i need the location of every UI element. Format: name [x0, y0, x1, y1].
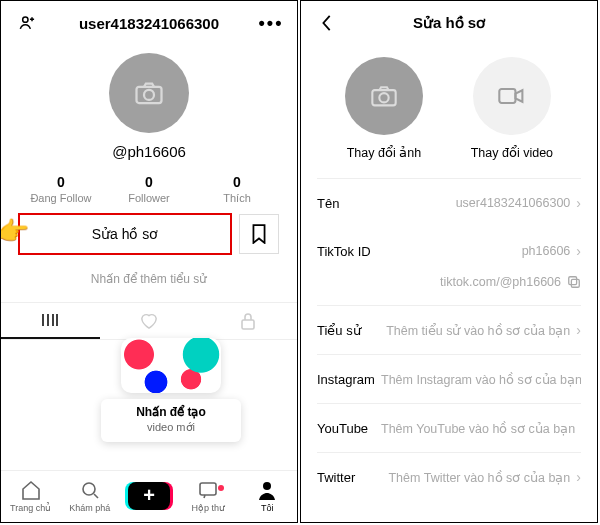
profile-handle: @ph16606 — [112, 143, 186, 160]
row-bio[interactable]: Tiểu sử Thêm tiểu sử vào hồ sơ của bạn› — [301, 306, 597, 354]
edit-header: Sửa hồ sơ — [301, 1, 597, 45]
promo-text: Nhấn để tạo video mới — [101, 399, 241, 442]
chevron-right-icon: › — [576, 195, 581, 211]
chevron-right-icon: › — [576, 469, 581, 485]
copy-icon — [567, 275, 581, 289]
row-profile-link[interactable]: tiktok.com/@ph16606 — [301, 275, 597, 305]
profile-username: user4183241066300 — [39, 15, 259, 32]
svg-rect-11 — [569, 277, 577, 285]
more-icon[interactable]: ••• — [259, 13, 283, 34]
edit-profile-row: 👉 Sửa hồ sơ — [1, 214, 297, 254]
change-video[interactable]: Thay đổi video — [471, 57, 553, 160]
row-youtube[interactable]: YouTube Thêm YouTube vào hồ sơ của bạn› — [301, 404, 597, 452]
inbox-icon — [198, 479, 218, 501]
nav-create[interactable]: + — [125, 482, 173, 510]
person-icon — [258, 479, 276, 501]
tab-private[interactable] — [198, 303, 297, 339]
bookmark-icon — [251, 224, 267, 244]
svg-point-4 — [83, 483, 95, 495]
profile-screen: user4183241066300 ••• @ph16606 0 Đang Fo… — [0, 0, 298, 523]
svg-rect-9 — [499, 89, 515, 103]
stats-row: 0 Đang Follow 0 Follower 0 Thích — [1, 160, 297, 214]
chevron-right-icon: › — [576, 243, 581, 259]
edit-profile-screen: Sửa hồ sơ Thay đổi ảnh Thay đổi video Tê… — [300, 0, 598, 523]
edit-profile-button[interactable]: Sửa hồ sơ — [19, 214, 231, 254]
pointer-hand-icon: 👉 — [0, 216, 29, 247]
bio-hint[interactable]: Nhấn để thêm tiểu sử — [1, 254, 297, 302]
grid-icon — [41, 313, 59, 327]
svg-point-6 — [263, 482, 271, 490]
svg-point-2 — [144, 90, 154, 100]
stat-following[interactable]: 0 Đang Follow — [17, 174, 105, 204]
nav-discover[interactable]: Khám phá — [66, 479, 114, 513]
nav-me[interactable]: Tôi — [243, 479, 291, 513]
row-instagram[interactable]: Instagram Thêm Instagram vào hồ sơ của b… — [301, 355, 597, 403]
camera-icon — [134, 80, 164, 106]
add-friend-icon[interactable] — [15, 13, 39, 33]
stat-likes[interactable]: 0 Thích — [193, 174, 281, 204]
tab-liked[interactable] — [100, 303, 199, 339]
change-photo[interactable]: Thay đổi ảnh — [345, 57, 423, 160]
home-icon — [20, 479, 42, 501]
search-icon — [80, 479, 100, 501]
edit-title: Sửa hồ sơ — [339, 14, 559, 32]
tab-videos[interactable] — [1, 303, 100, 339]
content-tabs — [1, 302, 297, 340]
svg-rect-5 — [200, 483, 216, 495]
promo-art — [121, 338, 221, 393]
stat-followers[interactable]: 0 Follower — [105, 174, 193, 204]
camera-icon — [370, 84, 398, 108]
lock-icon — [240, 312, 256, 330]
create-video-promo[interactable]: Nhấn để tạo video mới — [101, 338, 241, 442]
row-twitter[interactable]: Twitter Thêm Twitter vào hồ sơ của bạn› — [301, 453, 597, 501]
svg-rect-3 — [242, 320, 254, 329]
chevron-right-icon: › — [576, 322, 581, 338]
svg-point-0 — [23, 17, 28, 22]
avatar-section: @ph16606 — [1, 45, 297, 160]
heart-icon — [139, 312, 159, 330]
media-row: Thay đổi ảnh Thay đổi video — [301, 45, 597, 178]
profile-header: user4183241066300 ••• — [1, 1, 297, 45]
nav-home[interactable]: Trang chủ — [7, 479, 55, 513]
video-icon — [497, 85, 527, 107]
svg-point-8 — [379, 93, 388, 102]
row-tiktok-id[interactable]: TikTok ID ph16606› — [301, 227, 597, 275]
notification-dot — [218, 485, 224, 491]
row-name[interactable]: Tên user4183241066300› — [301, 179, 597, 227]
nav-inbox[interactable]: Hộp thư — [184, 479, 232, 513]
svg-rect-10 — [571, 279, 579, 287]
bottom-nav: Trang chủ Khám phá + Hộp thư Tôi — [1, 470, 297, 522]
back-icon[interactable] — [315, 14, 339, 32]
avatar[interactable] — [109, 53, 189, 133]
plus-icon: + — [128, 482, 170, 510]
bookmark-button[interactable] — [239, 214, 279, 254]
